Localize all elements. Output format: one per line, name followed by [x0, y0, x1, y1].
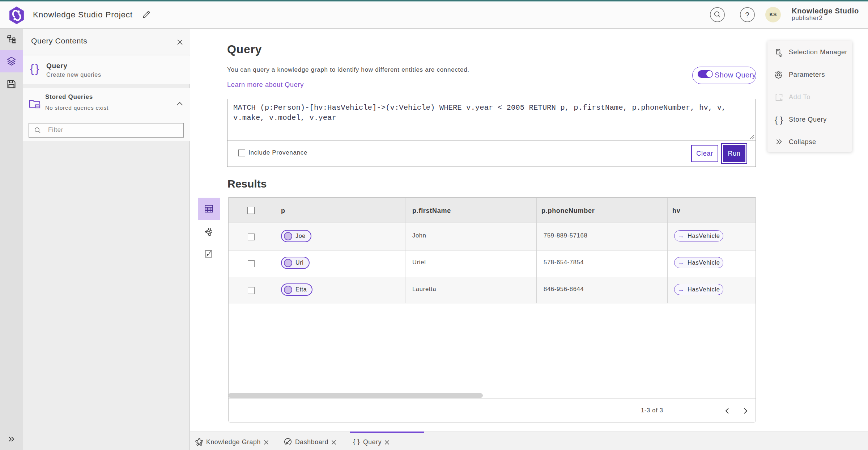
svg-text:?: ? [745, 11, 750, 19]
